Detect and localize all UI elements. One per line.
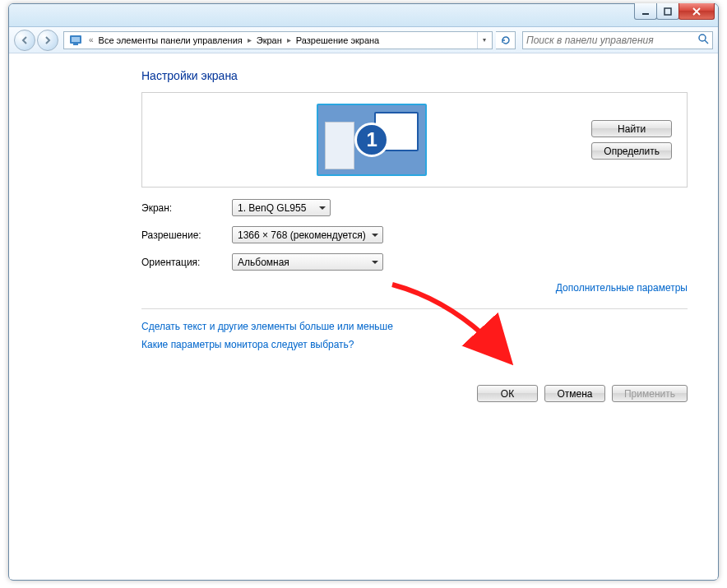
window-frame: « Все элементы панели управления ▸ Экран… [8,3,719,581]
content-area: Настройки экрана 1 Найти Определить Экра… [10,54,717,579]
chevron-right-icon: ▸ [244,35,255,44]
resolution-label: Разрешение: [141,229,232,241]
forward-button[interactable] [37,30,58,51]
breadcrumb-seg-2[interactable]: Экран [255,35,284,45]
svg-rect-3 [72,37,80,42]
resolution-combo[interactable]: 1366 × 768 (рекомендуется) [232,226,383,243]
address-dropdown[interactable]: ▾ [477,32,490,49]
display-label: Экран: [141,202,232,214]
monitor-thumbnail[interactable]: 1 [317,104,427,176]
breadcrumb-seg-3[interactable]: Разрешение экрана [294,35,381,45]
nav-back-forward [14,30,60,51]
search-input[interactable] [526,35,697,46]
identify-button[interactable]: Определить [591,142,672,160]
svg-rect-0 [642,13,649,15]
which-monitor-link[interactable]: Какие параметры монитора следует выбрать… [141,339,354,350]
svg-point-5 [699,35,706,41]
row-resolution: Разрешение: 1366 × 768 (рекомендуется) [141,226,688,243]
monitor-id-badge: 1 [354,123,389,157]
control-panel-icon [68,34,83,47]
footer-buttons: ОК Отмена Применить [141,385,688,402]
help-links: Сделать текст и другие элементы больше и… [141,321,688,350]
divider [141,308,688,309]
row-display: Экран: 1. BenQ GL955 [141,199,688,216]
breadcrumb-separator: « [86,35,97,44]
preview-center: 1 [152,104,591,176]
cancel-button[interactable]: Отмена [544,385,605,402]
svg-rect-4 [73,44,78,45]
search-box[interactable] [522,31,713,49]
find-button[interactable]: Найти [591,120,672,137]
navbar: « Все элементы панели управления ▸ Экран… [9,27,718,53]
titlebar [9,4,718,27]
orientation-combo[interactable]: Альбомная [232,253,383,271]
preview-buttons: Найти Определить [591,120,672,160]
apply-button[interactable]: Применить [612,385,688,402]
ok-button[interactable]: ОК [477,385,538,402]
close-button[interactable] [678,3,715,20]
search-icon[interactable] [697,33,709,47]
row-orientation: Ориентация: Альбомная [141,253,688,271]
chevron-right-icon: ▸ [284,35,294,44]
advanced-link-row: Дополнительные параметры [141,282,688,302]
back-button[interactable] [14,30,35,51]
orientation-label: Ориентация: [141,257,232,268]
maximize-button[interactable] [656,3,679,20]
breadcrumb-seg-1[interactable]: Все элементы панели управления [97,35,244,45]
svg-line-6 [705,40,708,44]
text-size-link[interactable]: Сделать текст и другие элементы больше и… [141,321,393,332]
address-bar[interactable]: « Все элементы панели управления ▸ Экран… [63,31,493,49]
page-title: Настройки экрана [141,69,688,82]
svg-rect-1 [664,8,671,15]
advanced-settings-link[interactable]: Дополнительные параметры [556,282,688,294]
minimize-button[interactable] [634,3,657,20]
display-combo[interactable]: 1. BenQ GL955 [232,199,331,216]
refresh-button[interactable] [496,31,516,49]
caption-buttons [635,3,715,20]
display-preview-box: 1 Найти Определить [141,92,688,188]
